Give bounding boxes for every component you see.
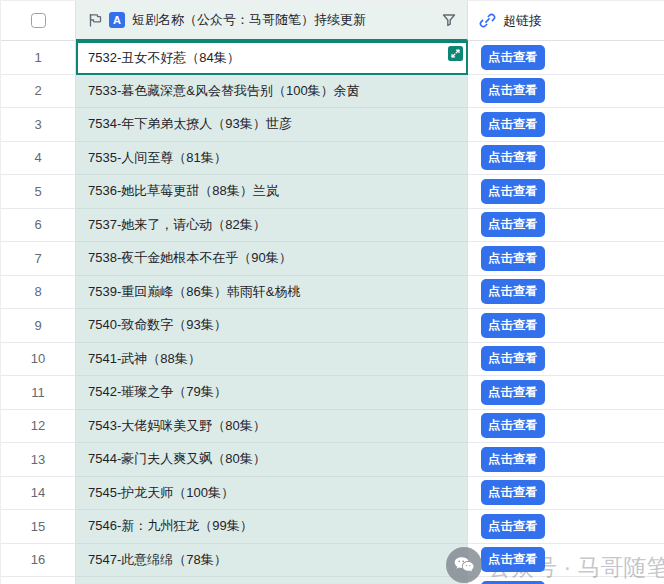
drama-name-cell[interactable]: 7537-她来了，请心动（82集）: [76, 209, 468, 243]
expand-record-icon[interactable]: [448, 46, 463, 61]
table-row: 107541-武神（88集）点击查看: [1, 343, 664, 377]
drama-name-text: 7544-豪门夫人爽又飒（80集）: [88, 450, 266, 468]
select-all-cell[interactable]: [1, 1, 76, 41]
row-number-cell[interactable]: 4: [1, 142, 76, 176]
drama-name-text: 7535-人间至尊（81集）: [88, 149, 227, 167]
drama-name-cell[interactable]: 7538-夜千金她根本不在乎（90集）: [76, 242, 468, 276]
hyperlink-cell: 点击查看: [468, 410, 664, 444]
hyperlink-cell: 点击查看: [468, 343, 664, 377]
drama-name-cell[interactable]: 7542-璀璨之争（79集）: [76, 376, 468, 410]
table-row: 67537-她来了，请心动（82集）点击查看: [1, 209, 664, 243]
view-link-button[interactable]: 点击查看: [481, 514, 545, 539]
hyperlink-cell: 点击查看: [468, 477, 664, 511]
name-column-title: 短剧名称（公众号：马哥随笔）持续更新: [132, 11, 441, 29]
view-link-button[interactable]: 点击查看: [481, 413, 545, 438]
row-number-cell[interactable]: 8: [1, 276, 76, 310]
table-row: 167547-此意绵绵（78集）点击查看: [1, 544, 664, 578]
drama-name-cell[interactable]: 7534-年下弟弟太撩人（93集）世彦: [76, 108, 468, 142]
row-number-cell[interactable]: 15: [1, 510, 76, 544]
view-link-button[interactable]: 点击查看: [481, 279, 545, 304]
view-link-button[interactable]: 点击查看: [481, 179, 545, 204]
drama-name-cell[interactable]: 7546-新：九州狂龙（99集）: [76, 510, 468, 544]
row-number-cell[interactable]: [1, 577, 76, 584]
drama-name-cell[interactable]: 7532-丑女不好惹（84集）: [76, 41, 468, 75]
filter-funnel-icon[interactable]: [441, 12, 457, 28]
drama-name-text: 7541-武神（88集）: [88, 350, 201, 368]
text-field-type-icon: A: [109, 12, 125, 28]
drama-name-text: 7538-夜千金她根本不在乎（90集）: [88, 249, 292, 267]
row-number-cell[interactable]: 5: [1, 175, 76, 209]
drama-name-text: 7533-暮色藏深意&风会替我告别（100集）余茵: [88, 82, 360, 100]
table-body: 17532-丑女不好惹（84集）点击查看27533-暮色藏深意&风会替我告别（1…: [1, 41, 664, 584]
row-number-cell[interactable]: 13: [1, 443, 76, 477]
link-column-header[interactable]: 超链接: [468, 1, 664, 41]
table-header-row: A 短剧名称（公众号：马哥随笔）持续更新 超链接: [1, 1, 664, 41]
view-link-button[interactable]: 点击查看: [481, 480, 545, 505]
hyperlink-cell: 点击查看: [468, 41, 664, 75]
row-number-cell[interactable]: 10: [1, 343, 76, 377]
drama-name-cell[interactable]: 7536-她比草莓更甜（88集）兰岚: [76, 175, 468, 209]
hyperlink-cell: 点击查看: [468, 577, 664, 584]
drama-name-cell[interactable]: 7544-豪门夫人爽又飒（80集）: [76, 443, 468, 477]
view-link-button[interactable]: 点击查看: [481, 447, 545, 472]
view-link-button[interactable]: 点击查看: [481, 112, 545, 137]
hyperlink-cell: 点击查看: [468, 443, 664, 477]
hyperlink-cell: 点击查看: [468, 276, 664, 310]
view-link-button[interactable]: 点击查看: [481, 380, 545, 405]
table-row: 57536-她比草莓更甜（88集）兰岚点击查看: [1, 175, 664, 209]
drama-name-cell[interactable]: 7533-暮色藏深意&风会替我告别（100集）余茵: [76, 75, 468, 109]
view-link-button[interactable]: 点击查看: [481, 547, 545, 572]
row-number-cell[interactable]: 11: [1, 376, 76, 410]
drama-name-cell[interactable]: 7539-重回巅峰（86集）韩雨轩&杨桃: [76, 276, 468, 310]
drama-name-cell[interactable]: 7535-人间至尊（81集）: [76, 142, 468, 176]
drama-name-text: 7537-她来了，请心动（82集）: [88, 216, 266, 234]
hyperlink-cell: 点击查看: [468, 544, 664, 578]
table-row: 77538-夜千金她根本不在乎（90集）点击查看: [1, 242, 664, 276]
hyperlink-cell: 点击查看: [468, 142, 664, 176]
row-number-cell[interactable]: 3: [1, 108, 76, 142]
view-link-button[interactable]: 点击查看: [481, 313, 545, 338]
select-all-checkbox[interactable]: [31, 13, 46, 28]
row-number-cell[interactable]: 14: [1, 477, 76, 511]
table-row: 87539-重回巅峰（86集）韩雨轩&杨桃点击查看: [1, 276, 664, 310]
hyperlink-cell: 点击查看: [468, 510, 664, 544]
row-number-cell[interactable]: 2: [1, 75, 76, 109]
row-number-cell[interactable]: 1: [1, 41, 76, 75]
row-number-cell[interactable]: 9: [1, 309, 76, 343]
drama-name-text: 7539-重回巅峰（86集）韩雨轩&杨桃: [88, 283, 300, 301]
view-link-button[interactable]: 点击查看: [481, 212, 545, 237]
view-link-button[interactable]: 点击查看: [481, 78, 545, 103]
view-link-button[interactable]: 点击查看: [481, 246, 545, 271]
drama-name-text: 7540-致命数字（93集）: [88, 316, 227, 334]
view-link-button[interactable]: 点击查看: [481, 145, 545, 170]
table-row: 27533-暮色藏深意&风会替我告别（100集）余茵点击查看: [1, 75, 664, 109]
hyperlink-cell: 点击查看: [468, 242, 664, 276]
hyperlink-cell: 点击查看: [468, 175, 664, 209]
drama-name-cell[interactable]: [76, 577, 468, 584]
drama-name-text: 7545-护龙天师（100集）: [88, 484, 234, 502]
drama-name-cell[interactable]: 7543-大佬妈咪美又野（80集）: [76, 410, 468, 444]
drama-name-cell[interactable]: 7540-致命数字（93集）: [76, 309, 468, 343]
table-row: 127543-大佬妈咪美又野（80集）点击查看: [1, 410, 664, 444]
row-number-cell[interactable]: 6: [1, 209, 76, 243]
drama-name-text: 7547-此意绵绵（78集）: [88, 551, 227, 569]
row-number-cell[interactable]: 16: [1, 544, 76, 578]
table-row: 137544-豪门夫人爽又飒（80集）点击查看: [1, 443, 664, 477]
drama-name-cell[interactable]: 7541-武神（88集）: [76, 343, 468, 377]
bitable-grid: A 短剧名称（公众号：马哥随笔）持续更新 超链接 17532-丑女不好惹（84集…: [0, 0, 664, 584]
table-row: 117542-璀璨之争（79集）点击查看: [1, 376, 664, 410]
name-column-header[interactable]: A 短剧名称（公众号：马哥随笔）持续更新: [76, 1, 468, 41]
table-row: 97540-致命数字（93集）点击查看: [1, 309, 664, 343]
link-column-title: 超链接: [503, 12, 542, 30]
flag-icon: [87, 12, 103, 28]
drama-name-cell[interactable]: 7547-此意绵绵（78集）: [76, 544, 468, 578]
row-number-cell[interactable]: 7: [1, 242, 76, 276]
table-row: 17532-丑女不好惹（84集）点击查看: [1, 41, 664, 75]
table-row: 157546-新：九州狂龙（99集）点击查看: [1, 510, 664, 544]
row-number-cell[interactable]: 12: [1, 410, 76, 444]
view-link-button[interactable]: 点击查看: [481, 346, 545, 371]
hyperlink-cell: 点击查看: [468, 108, 664, 142]
drama-name-cell[interactable]: 7545-护龙天师（100集）: [76, 477, 468, 511]
view-link-button[interactable]: 点击查看: [481, 45, 545, 70]
drama-name-text: 7534-年下弟弟太撩人（93集）世彦: [88, 115, 292, 133]
